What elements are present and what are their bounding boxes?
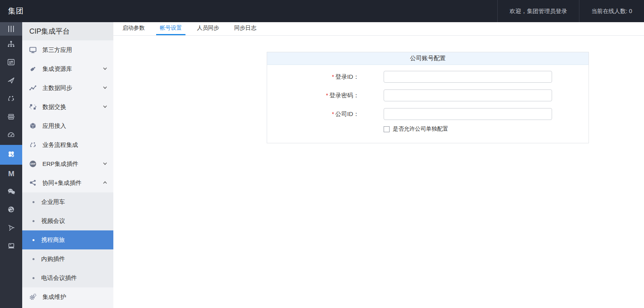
menu-toggle-icon[interactable] (0, 22, 22, 36)
sidebar-subitem-video-conference[interactable]: 视频会议 (22, 211, 113, 230)
sidebar-item-app-access[interactable]: 应用接入 (22, 116, 113, 135)
monitor-icon (29, 46, 37, 54)
flow-loop-icon (7, 94, 15, 105)
sidebar-subitem-phone-conference[interactable]: 电话会议插件 (22, 268, 113, 287)
tab-bar: 启动参数 帐号设置 人员同步 同步日志 (113, 22, 644, 36)
field-label: *登录密码： (267, 92, 359, 99)
bullet-icon (32, 201, 34, 203)
svg-text:ERP: ERP (31, 163, 35, 165)
form-row-login-password: *登录密码： (267, 89, 589, 101)
tab-account-settings[interactable]: 帐号设置 (156, 22, 185, 35)
wechat-icon (7, 187, 16, 198)
company-id-input[interactable] (384, 108, 552, 120)
bullet-icon (32, 220, 34, 222)
required-asterisk: * (332, 74, 334, 80)
spiral-icon (7, 205, 15, 215)
sidebar: CIP集成平台 第三方应用 集成资源库 主数据同步 (22, 22, 113, 308)
login-password-input[interactable] (384, 89, 552, 101)
sidebar-item-label: 集成资源库 (42, 65, 100, 73)
required-asterisk: * (326, 92, 328, 99)
sidebar-item-master-data-sync[interactable]: 主数据同步 (22, 78, 113, 97)
rail-item-stack[interactable] (0, 108, 22, 127)
tab-sync-log[interactable]: 同步日志 (231, 22, 260, 35)
online-count: 当前在线人数: 0 (579, 0, 644, 22)
sidebar-subitem-label: 视频会议 (41, 217, 65, 225)
pulse-dots-icon (29, 84, 37, 92)
chevron-down-icon (102, 66, 108, 72)
rail-item-flow[interactable] (0, 90, 22, 108)
checkbox-label: 是否允许公司单独配置 (393, 125, 448, 133)
sidebar-item-erp-plugins[interactable]: ERP ERP集成插件 (22, 154, 113, 173)
sidebar-item-label: 应用接入 (42, 122, 108, 130)
rail-item-org[interactable] (0, 36, 22, 54)
sliders-icon (7, 58, 15, 68)
sidebar-item-label: 业务流程集成 (42, 141, 108, 149)
company-account-panel: 公司账号配置 *登录ID： *登录密码： *公司ID： 是否允许公司单独配置 (267, 52, 589, 143)
panel-title: 公司账号配置 (267, 52, 589, 65)
sidebar-subitem-enterprise-car[interactable]: 企业用车 (22, 192, 113, 211)
sidebar-subitem-label: 携程商旅 (41, 236, 65, 244)
sidebar-item-label: 第三方应用 (42, 46, 108, 54)
chevron-down-icon (102, 161, 108, 167)
rail-item-gauge[interactable] (0, 127, 22, 145)
sidebar-subitem-ctrip-travel[interactable]: 携程商旅 (22, 230, 113, 249)
panel-body: *登录ID： *登录密码： *公司ID： 是否允许公司单独配置 (267, 65, 589, 143)
prism-icon (7, 223, 15, 234)
chevron-down-icon (102, 104, 108, 110)
chevron-up-icon (102, 180, 108, 186)
app-window: 集团 欢迎，集团管理员登录 当前在线人数: 0 (0, 0, 644, 308)
sidebar-subitem-label: 内购插件 (41, 255, 65, 263)
sidebar-item-label: 数据交换 (42, 103, 100, 111)
tab-personnel-sync[interactable]: 人员同步 (193, 22, 223, 35)
sidebar-item-integration-repo[interactable]: 集成资源库 (22, 59, 113, 78)
cube-icon (29, 122, 37, 130)
rail-item-clover[interactable] (0, 145, 22, 165)
icon-rail: M (0, 22, 22, 308)
sidebar-title: CIP集成平台 (22, 22, 113, 40)
top-bar-right: 欢迎，集团管理员登录 当前在线人数: 0 (497, 0, 644, 22)
paper-plane-icon (7, 76, 15, 86)
field-label: *登录ID： (267, 73, 359, 81)
allow-company-config-checkbox[interactable] (384, 126, 390, 132)
sidebar-item-collab-plugins[interactable]: 协同+集成插件 (22, 173, 113, 192)
bullet-icon (32, 258, 34, 260)
sidebar-subitem-label: 企业用车 (41, 198, 65, 206)
org-chart-icon (7, 40, 15, 50)
form-row-login-id: *登录ID： (267, 71, 589, 83)
brand-title: 集团 (8, 6, 24, 16)
laptop-icon (7, 241, 16, 252)
rail-item-plane[interactable] (0, 72, 22, 90)
sidebar-subitem-label: 电话会议插件 (41, 274, 77, 282)
rail-item-sliders[interactable] (0, 54, 22, 72)
sidebar-item-business-process[interactable]: 业务流程集成 (22, 135, 113, 154)
rail-item-m[interactable]: M (0, 165, 22, 183)
workflow-icon (29, 141, 37, 149)
share-icon (29, 179, 37, 187)
welcome-text: 欢迎，集团管理员登录 (497, 0, 579, 22)
sidebar-item-label: 主数据同步 (42, 84, 100, 92)
login-id-input[interactable] (384, 71, 552, 83)
rail-item-wechat[interactable] (0, 183, 22, 201)
sidebar-item-label: 协同+集成插件 (42, 179, 100, 187)
allow-company-config-row: 是否允许公司单独配置 (384, 126, 589, 132)
usb-drive-icon (29, 65, 37, 73)
required-asterisk: * (332, 111, 334, 117)
main-content: 启动参数 帐号设置 人员同步 同步日志 公司账号配置 *登录ID： *登录密码：… (113, 22, 644, 308)
bullet-icon (32, 239, 34, 241)
tab-startup-params[interactable]: 启动参数 (119, 22, 148, 35)
form-row-company-id: *公司ID： (267, 108, 589, 120)
clover-icon (6, 149, 16, 160)
stack-icon (7, 112, 15, 123)
gears-icon (29, 293, 37, 301)
sidebar-item-label: 集成维护 (42, 293, 108, 301)
sidebar-item-data-exchange[interactable]: 数据交换 (22, 97, 113, 116)
rail-item-prism[interactable] (0, 219, 22, 238)
sidebar-item-third-party-apps[interactable]: 第三方应用 (22, 40, 113, 59)
sidebar-item-integration-maintenance[interactable]: 集成维护 (22, 287, 113, 306)
exchange-icon (29, 103, 37, 111)
rail-item-laptop[interactable] (0, 238, 22, 256)
field-label: *公司ID： (267, 110, 359, 118)
sidebar-subitem-internal-purchase[interactable]: 内购插件 (22, 249, 113, 268)
erp-badge-icon: ERP (29, 160, 37, 168)
rail-item-spiral[interactable] (0, 201, 22, 219)
